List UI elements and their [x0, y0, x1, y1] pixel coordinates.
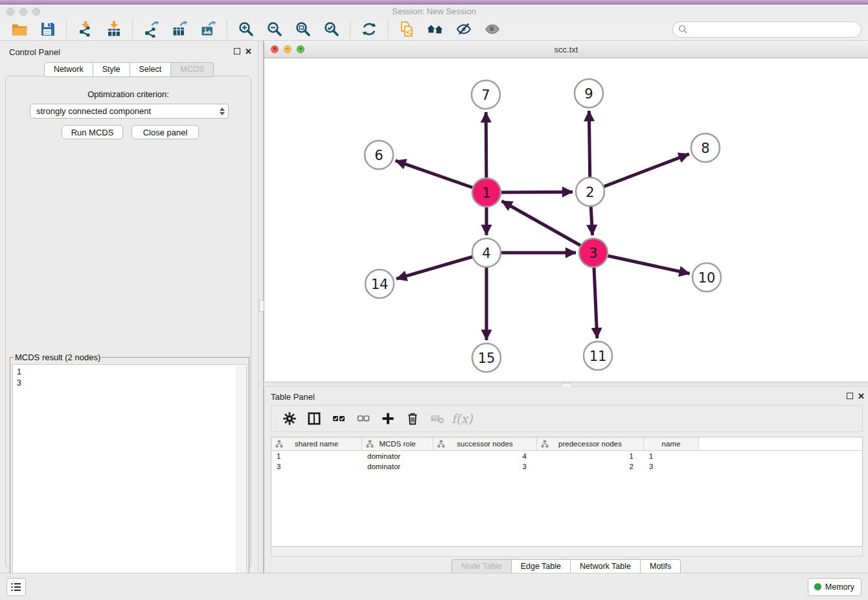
copy-network-icon [398, 21, 415, 38]
import-network-button[interactable] [73, 19, 98, 40]
zoom-fit-button[interactable] [290, 19, 316, 40]
tab-mcds[interactable]: MCDS [171, 62, 214, 77]
table-row[interactable]: 1dominator411 [271, 451, 862, 461]
open-session-button[interactable] [6, 19, 32, 40]
tab-edge-table[interactable]: Edge Table [512, 559, 571, 574]
cell-shared-name: 3 [271, 461, 362, 472]
tab-select[interactable]: Select [130, 62, 172, 77]
add-column-button[interactable] [378, 408, 398, 430]
export-table-button[interactable] [167, 19, 193, 40]
export-image-icon [200, 21, 217, 38]
graph-edge-2-8[interactable] [590, 154, 689, 192]
search-input[interactable] [672, 21, 862, 38]
graph-node-4[interactable]: 4 [472, 238, 501, 267]
graph-node-14[interactable]: 14 [365, 270, 394, 298]
graph-node-6[interactable]: 6 [365, 141, 393, 169]
toolbar-separator [350, 20, 351, 38]
deselect-all-icon [356, 411, 371, 426]
table-row[interactable]: 3dominator323 [271, 461, 862, 472]
first-neighbors-button[interactable] [422, 19, 448, 40]
graph-edge-3-1[interactable] [502, 201, 593, 253]
zoom-in-button[interactable] [233, 19, 259, 40]
tab-style[interactable]: Style [93, 62, 130, 77]
tab-network[interactable]: Network [44, 62, 93, 77]
toolbar-separator [66, 20, 67, 38]
task-history-button[interactable] [6, 578, 26, 596]
export-network-button[interactable] [139, 19, 165, 40]
memory-button[interactable]: Memory [808, 578, 862, 596]
zoom-fit-icon [295, 21, 312, 38]
zoom-selected-icon [323, 21, 340, 38]
close-panel-icon[interactable]: ✕ [245, 47, 252, 56]
column-header-MCDS-role[interactable]: MCDS role [362, 437, 433, 450]
main-toolbar [0, 18, 868, 41]
node-label: 14 [371, 277, 389, 292]
hide-selected-button[interactable] [451, 19, 477, 40]
run-mcds-button[interactable]: Run MCDS [62, 125, 123, 139]
table-settings-button[interactable] [279, 408, 300, 430]
graph-node-10[interactable]: 10 [692, 263, 721, 292]
zoom-out-button[interactable] [262, 19, 288, 40]
graph-node-7[interactable]: 7 [472, 80, 500, 109]
node-label: 1 [482, 185, 490, 201]
copy-network-button[interactable] [394, 19, 420, 40]
delete-columns-icon [405, 411, 420, 426]
column-header-predecessor-nodes[interactable]: predecessor nodes [537, 437, 644, 450]
zoom-selected-button[interactable] [319, 19, 345, 40]
column-header-shared-name[interactable]: shared name [271, 437, 362, 450]
first-neighbors-icon [427, 21, 444, 38]
graph-node-3[interactable]: 3 [579, 238, 608, 267]
refresh-view-button[interactable] [356, 19, 382, 40]
horizontal-splitter[interactable] [264, 382, 868, 387]
zoom-in-icon [238, 21, 255, 38]
criterion-dropdown[interactable]: strongly connected component [30, 104, 229, 119]
graph-node-9[interactable]: 9 [575, 79, 603, 108]
close-panel-button[interactable]: Close panel [131, 125, 199, 139]
cell-shared-name: 1 [271, 451, 362, 461]
split-view-button[interactable] [304, 408, 325, 430]
mcds-result-group: MCDS result (2 nodes) 13 [10, 352, 249, 590]
column-tree-icon [541, 440, 549, 448]
float-panel-icon[interactable] [234, 48, 240, 54]
table-panel-float-icon[interactable] [847, 393, 853, 399]
table-settings-icon [282, 411, 297, 426]
function-builder-button: f(x) [451, 408, 473, 430]
table-horizontal-scrollbar[interactable] [271, 547, 863, 557]
table-panel-close-icon[interactable]: ✕ [858, 392, 865, 400]
select-all-button[interactable] [328, 408, 349, 430]
mcds-result-title: MCDS result (2 nodes) [14, 352, 102, 362]
graph-node-1[interactable]: 1 [472, 178, 501, 207]
graph-node-8[interactable]: 8 [691, 133, 720, 162]
task-list-icon [10, 582, 22, 592]
tab-motifs[interactable]: Motifs [641, 559, 681, 574]
memory-status-icon [814, 583, 821, 590]
export-image-button[interactable] [196, 19, 222, 40]
vertical-splitter[interactable] [258, 41, 264, 573]
column-header-name[interactable]: name [644, 437, 699, 450]
network-canvas[interactable]: 7968124314101511 [264, 58, 868, 382]
graph-node-2[interactable]: 2 [576, 178, 604, 206]
import-table-button[interactable] [101, 19, 127, 40]
node-table: shared nameMCDS rolesuccessor nodesprede… [271, 437, 863, 547]
select-all-icon [332, 411, 346, 426]
open-session-icon [11, 21, 28, 38]
result-scrollbar[interactable] [236, 365, 246, 586]
toolbar-separator [132, 20, 133, 38]
show-all-button[interactable] [479, 19, 505, 40]
criterion-value: strongly connected component [30, 106, 216, 116]
tab-node-table[interactable]: Node Table [451, 559, 512, 574]
graph-node-11[interactable]: 11 [584, 341, 612, 370]
deselect-all-button[interactable] [353, 408, 374, 430]
cell-predecessor-nodes: 2 [537, 461, 644, 472]
save-session-button[interactable] [35, 19, 61, 40]
column-header-successor-nodes[interactable]: successor nodes [433, 437, 537, 450]
delete-columns-button[interactable] [402, 408, 423, 430]
graph-node-15[interactable]: 15 [472, 343, 501, 372]
tab-network-table[interactable]: Network Table [571, 559, 641, 574]
control-panel-title: Control Panel [9, 47, 60, 57]
export-network-icon [143, 21, 160, 38]
search-icon [678, 25, 687, 34]
mcds-result-text[interactable]: 13 [12, 364, 247, 587]
node-label: 3 [589, 246, 597, 261]
split-view-icon [307, 411, 321, 426]
